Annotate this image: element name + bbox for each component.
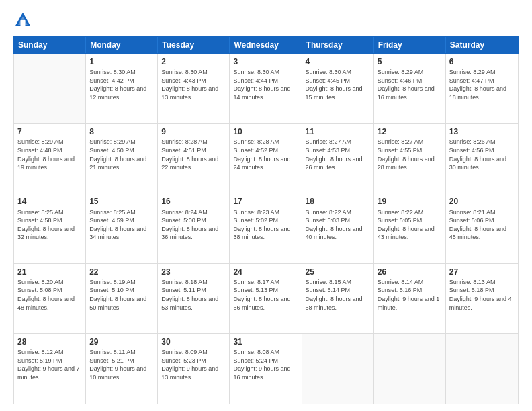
header-day-thursday: Thursday <box>302 37 374 53</box>
cell-detail: Sunrise: 8:12 AMSunset: 5:19 PMDaylight:… <box>17 348 82 381</box>
day-number: 19 <box>378 196 442 207</box>
calendar-header: SundayMondayTuesdayWednesdayThursdayFrid… <box>13 36 519 54</box>
day-number: 22 <box>89 267 154 277</box>
day-number: 16 <box>161 196 226 207</box>
cal-cell: 5Sunrise: 8:29 AMSunset: 4:46 PMDaylight… <box>374 54 446 123</box>
day-number: 23 <box>161 267 226 277</box>
day-number: 17 <box>233 196 298 207</box>
cell-detail: Sunrise: 8:21 AMSunset: 5:06 PMDaylight:… <box>449 208 515 242</box>
week-2: 7Sunrise: 8:29 AMSunset: 4:48 PMDaylight… <box>14 124 518 193</box>
cal-cell: 18Sunrise: 8:22 AMSunset: 5:03 PMDayligh… <box>302 193 374 263</box>
logo-icon <box>13 11 32 30</box>
cell-detail: Sunrise: 8:27 AMSunset: 4:55 PMDaylight:… <box>378 138 442 171</box>
cell-detail: Sunrise: 8:27 AMSunset: 4:53 PMDaylight:… <box>306 138 370 171</box>
cell-detail: Sunrise: 8:26 AMSunset: 4:56 PMDaylight:… <box>449 138 515 171</box>
day-number: 7 <box>17 126 82 137</box>
day-number: 29 <box>89 336 154 347</box>
day-number: 15 <box>89 196 154 207</box>
calendar-body: 1Sunrise: 8:30 AMSunset: 4:42 PMDaylight… <box>13 54 519 404</box>
cal-cell: 25Sunrise: 8:15 AMSunset: 5:14 PMDayligh… <box>302 264 374 333</box>
cell-detail: Sunrise: 8:13 AMSunset: 5:18 PMDaylight:… <box>449 278 515 312</box>
cal-cell: 30Sunrise: 8:09 AMSunset: 5:23 PMDayligh… <box>158 334 230 404</box>
day-number: 6 <box>449 56 515 67</box>
day-number: 3 <box>233 56 298 67</box>
cal-cell: 27Sunrise: 8:13 AMSunset: 5:18 PMDayligh… <box>446 264 518 333</box>
cal-cell: 29Sunrise: 8:11 AMSunset: 5:21 PMDayligh… <box>86 334 158 404</box>
header-day-saturday: Saturday <box>446 37 518 53</box>
cell-detail: Sunrise: 8:22 AMSunset: 5:03 PMDaylight:… <box>306 208 370 242</box>
cal-cell <box>14 54 86 123</box>
cal-cell <box>302 334 374 404</box>
day-number: 2 <box>161 56 226 67</box>
cell-detail: Sunrise: 8:17 AMSunset: 5:13 PMDaylight:… <box>233 278 298 312</box>
cell-detail: Sunrise: 8:30 AMSunset: 4:42 PMDaylight:… <box>89 68 154 101</box>
cell-detail: Sunrise: 8:30 AMSunset: 4:44 PMDaylight:… <box>233 68 298 101</box>
day-number: 11 <box>306 126 370 137</box>
cell-detail: Sunrise: 8:25 AMSunset: 4:58 PMDaylight:… <box>17 208 82 242</box>
header-day-monday: Monday <box>86 37 158 53</box>
day-number: 28 <box>17 336 82 347</box>
header <box>13 11 519 30</box>
cell-detail: Sunrise: 8:24 AMSunset: 5:00 PMDaylight:… <box>161 208 226 242</box>
cal-cell: 7Sunrise: 8:29 AMSunset: 4:48 PMDaylight… <box>14 124 86 193</box>
day-number: 21 <box>17 267 82 277</box>
logo <box>13 11 35 30</box>
cal-cell: 15Sunrise: 8:25 AMSunset: 4:59 PMDayligh… <box>86 193 158 263</box>
day-number: 26 <box>378 267 442 277</box>
day-number: 27 <box>449 267 515 277</box>
header-day-friday: Friday <box>374 37 446 53</box>
cal-cell: 11Sunrise: 8:27 AMSunset: 4:53 PMDayligh… <box>302 124 374 193</box>
day-number: 12 <box>378 126 442 137</box>
day-number: 8 <box>89 126 154 137</box>
week-3: 14Sunrise: 8:25 AMSunset: 4:58 PMDayligh… <box>14 193 518 263</box>
cell-detail: Sunrise: 8:19 AMSunset: 5:10 PMDaylight:… <box>89 278 154 312</box>
day-number: 13 <box>449 126 515 137</box>
day-number: 14 <box>17 196 82 207</box>
cell-detail: Sunrise: 8:28 AMSunset: 4:52 PMDaylight:… <box>233 138 298 171</box>
day-number: 4 <box>306 56 370 67</box>
cal-cell: 8Sunrise: 8:29 AMSunset: 4:50 PMDaylight… <box>86 124 158 193</box>
cal-cell: 1Sunrise: 8:30 AMSunset: 4:42 PMDaylight… <box>86 54 158 123</box>
cal-cell: 20Sunrise: 8:21 AMSunset: 5:06 PMDayligh… <box>446 193 518 263</box>
cal-cell: 12Sunrise: 8:27 AMSunset: 4:55 PMDayligh… <box>374 124 446 193</box>
day-number: 31 <box>233 336 298 347</box>
cal-cell <box>446 334 518 404</box>
cell-detail: Sunrise: 8:30 AMSunset: 4:45 PMDaylight:… <box>306 68 370 101</box>
cell-detail: Sunrise: 8:22 AMSunset: 5:05 PMDaylight:… <box>378 208 442 242</box>
svg-rect-2 <box>21 20 26 26</box>
week-5: 28Sunrise: 8:12 AMSunset: 5:19 PMDayligh… <box>14 334 518 404</box>
cell-detail: Sunrise: 8:20 AMSunset: 5:08 PMDaylight:… <box>17 278 82 312</box>
week-4: 21Sunrise: 8:20 AMSunset: 5:08 PMDayligh… <box>14 264 518 334</box>
day-number: 20 <box>449 196 515 207</box>
cal-cell: 26Sunrise: 8:14 AMSunset: 5:16 PMDayligh… <box>374 264 446 333</box>
cal-cell: 19Sunrise: 8:22 AMSunset: 5:05 PMDayligh… <box>374 193 446 263</box>
cell-detail: Sunrise: 8:11 AMSunset: 5:21 PMDaylight:… <box>89 348 154 381</box>
cell-detail: Sunrise: 8:08 AMSunset: 5:24 PMDaylight:… <box>233 348 298 381</box>
cal-cell: 22Sunrise: 8:19 AMSunset: 5:10 PMDayligh… <box>86 264 158 333</box>
day-number: 10 <box>233 126 298 137</box>
cell-detail: Sunrise: 8:18 AMSunset: 5:11 PMDaylight:… <box>161 278 226 312</box>
week-1: 1Sunrise: 8:30 AMSunset: 4:42 PMDaylight… <box>14 54 518 124</box>
day-number: 9 <box>161 126 226 137</box>
cal-cell: 24Sunrise: 8:17 AMSunset: 5:13 PMDayligh… <box>230 264 302 333</box>
cal-cell: 3Sunrise: 8:30 AMSunset: 4:44 PMDaylight… <box>230 54 302 123</box>
cal-cell: 16Sunrise: 8:24 AMSunset: 5:00 PMDayligh… <box>158 193 230 263</box>
cal-cell: 28Sunrise: 8:12 AMSunset: 5:19 PMDayligh… <box>14 334 86 404</box>
cal-cell: 21Sunrise: 8:20 AMSunset: 5:08 PMDayligh… <box>14 264 86 333</box>
cell-detail: Sunrise: 8:30 AMSunset: 4:43 PMDaylight:… <box>161 68 226 101</box>
cal-cell <box>374 334 446 404</box>
cell-detail: Sunrise: 8:14 AMSunset: 5:16 PMDaylight:… <box>378 278 442 312</box>
cal-cell: 4Sunrise: 8:30 AMSunset: 4:45 PMDaylight… <box>302 54 374 123</box>
cal-cell: 9Sunrise: 8:28 AMSunset: 4:51 PMDaylight… <box>158 124 230 193</box>
cell-detail: Sunrise: 8:29 AMSunset: 4:48 PMDaylight:… <box>17 138 82 171</box>
day-number: 30 <box>161 336 226 347</box>
header-day-wednesday: Wednesday <box>230 37 302 53</box>
day-number: 5 <box>378 56 442 67</box>
cal-cell: 31Sunrise: 8:08 AMSunset: 5:24 PMDayligh… <box>230 334 302 404</box>
cell-detail: Sunrise: 8:25 AMSunset: 4:59 PMDaylight:… <box>89 208 154 242</box>
cal-cell: 10Sunrise: 8:28 AMSunset: 4:52 PMDayligh… <box>230 124 302 193</box>
cal-cell: 2Sunrise: 8:30 AMSunset: 4:43 PMDaylight… <box>158 54 230 123</box>
page: SundayMondayTuesdayWednesdayThursdayFrid… <box>0 0 532 411</box>
cell-detail: Sunrise: 8:09 AMSunset: 5:23 PMDaylight:… <box>161 348 226 381</box>
cal-cell: 6Sunrise: 8:29 AMSunset: 4:47 PMDaylight… <box>446 54 518 123</box>
